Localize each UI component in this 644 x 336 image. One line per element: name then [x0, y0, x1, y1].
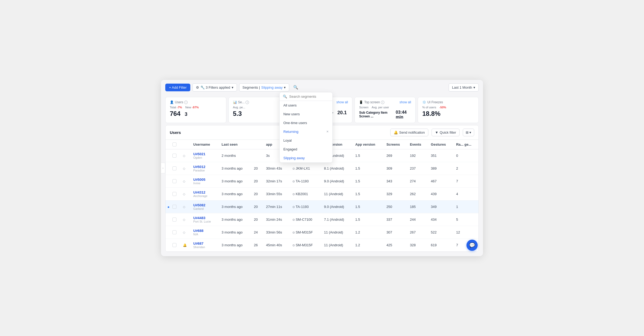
last-seen-cell: 3 months ago — [218, 226, 251, 239]
os-version-cell: 7.1 (Android) — [321, 213, 352, 226]
device-icon: ⊙ — [292, 192, 296, 196]
table-row[interactable]: ◇ U#5005 Irvine 3 months ago 20 32min 17… — [166, 175, 478, 188]
gestures-cell: 351 — [428, 149, 453, 162]
gestures-cell: 434 — [428, 213, 453, 226]
username-cell[interactable]: U#4312 Anchorage — [190, 188, 218, 200]
user-id[interactable]: U#5021 — [193, 152, 215, 156]
rage-cell: 12 — [453, 226, 478, 239]
col-username[interactable]: Username — [190, 140, 218, 149]
col-sessions[interactable] — [251, 140, 263, 149]
chat-button[interactable]: 💬 — [466, 240, 478, 251]
username-cell[interactable]: U#687 Sheridan — [190, 239, 218, 252]
chat-icon: 💬 — [469, 242, 475, 248]
col-last-seen[interactable]: Last seen — [218, 140, 251, 149]
sessions-cell: 26 — [251, 239, 263, 252]
search-button[interactable]: 🔍 — [291, 83, 300, 92]
col-app-version[interactable]: App version — [352, 140, 383, 149]
tag-cell: 🔔 — [180, 239, 190, 252]
quick-filter-button[interactable]: ▼ Quick filter — [432, 129, 460, 136]
screens-cell: 425 — [383, 239, 407, 252]
checkbox-cell — [169, 239, 180, 252]
add-filter-button[interactable]: + Add Filter — [165, 84, 190, 91]
row-checkbox[interactable] — [172, 243, 176, 247]
row-checkbox[interactable] — [172, 192, 176, 196]
user-id[interactable]: U#4312 — [193, 190, 215, 194]
columns-button[interactable]: ⊞ ▾ — [463, 129, 474, 136]
app-version-cell: 1.5 — [352, 162, 383, 175]
user-id[interactable]: U#5005 — [193, 178, 215, 182]
delete-icon[interactable]: ✕ — [326, 130, 329, 133]
top-event-show-all[interactable]: show all — [336, 100, 348, 104]
row-checkbox[interactable] — [172, 166, 176, 170]
send-notification-button[interactable]: 🔔 Send notification — [390, 129, 428, 136]
select-all-checkbox[interactable] — [172, 142, 176, 146]
segment-search-input[interactable] — [289, 95, 329, 99]
row-checkbox[interactable] — [172, 205, 176, 209]
tag-icon: 🔔 — [183, 243, 187, 247]
date-filter-button[interactable]: Last 1 Month ▾ — [449, 83, 479, 92]
username-cell[interactable]: U#5005 Irvine — [190, 175, 218, 188]
tag-cell: ◇ — [180, 162, 190, 175]
segment-item-all-users[interactable]: All users — [280, 101, 332, 110]
username-cell[interactable]: U#688 N/A — [190, 226, 218, 239]
ui-freezes-sub: % of users -50% — [422, 106, 474, 109]
collapse-handle[interactable]: › — [161, 163, 165, 173]
col-gestures[interactable]: Gestures — [428, 140, 453, 149]
filters-applied-button[interactable]: ⚙ 🔧 3 Filters applied ▾ — [192, 83, 237, 92]
device-icon: ⊙ — [292, 218, 296, 221]
chevron-down-icon: ▾ — [284, 85, 286, 89]
segment-item-loyal[interactable]: Loyal — [280, 136, 332, 145]
table-row[interactable]: ◇ U#4312 Anchorage 3 months ago 20 33min… — [166, 188, 478, 200]
segment-item-slipping-away[interactable]: Slipping away — [280, 154, 332, 162]
row-indicator-cell — [166, 188, 169, 200]
table-row[interactable]: ◇ U#688 N/A 3 months ago 24 33min 56s ⊙ … — [166, 226, 478, 239]
segments-button[interactable]: Segments | Slipping away ▾ — [239, 83, 289, 92]
segment-item-one-time-users[interactable]: One-time users — [280, 118, 332, 127]
tag-icon: ◇ — [183, 205, 185, 209]
row-checkbox[interactable] — [172, 218, 176, 222]
row-checkbox[interactable] — [172, 154, 176, 158]
table-row[interactable]: ◇ U#5012 Paradise 3 months ago 20 30min … — [166, 162, 478, 175]
username-cell[interactable]: U#5021 Ogden — [190, 149, 218, 162]
last-seen-cell: 3 months ago — [218, 239, 251, 252]
top-screen-show-all[interactable]: show all — [400, 100, 411, 104]
device-icon: ⊙ — [292, 231, 296, 234]
sessions-icon: 📊 — [233, 100, 237, 104]
segment-label: All users — [283, 103, 297, 107]
row-checkbox[interactable] — [172, 179, 176, 183]
user-id[interactable]: U#688 — [193, 229, 215, 233]
segment-label: Loyal — [283, 138, 292, 142]
tag-icon: ◇ — [183, 231, 185, 234]
username-cell[interactable]: U#5082 Garland — [190, 200, 218, 213]
user-id[interactable]: U#4483 — [193, 216, 215, 220]
events-cell: 262 — [407, 188, 428, 200]
events-cell: 328 — [407, 239, 428, 252]
user-id[interactable]: U#5012 — [193, 165, 215, 169]
col-screens[interactable]: Screens — [383, 140, 407, 149]
app-version-cell: 1.5 — [352, 175, 383, 188]
segment-item-returning[interactable]: Returning ✕ — [280, 127, 332, 136]
username-cell[interactable]: U#4483 Port St. Lucie — [190, 213, 218, 226]
table-row[interactable]: ◇ U#5082 Garland 3 months ago 20 27min 1… — [166, 200, 478, 213]
user-id[interactable]: U#687 — [193, 241, 215, 245]
sessions-cell: 20 — [251, 162, 263, 175]
events-cell: 267 — [407, 226, 428, 239]
segments-dropdown: 🔍 All users New users One-time users Ret… — [279, 92, 333, 163]
chevron-down-icon: ▾ — [469, 130, 471, 134]
device-cell: ⊙ JKM-LX1 — [289, 162, 321, 175]
username-cell[interactable]: U#5012 Paradise — [190, 162, 218, 175]
row-dot — [168, 181, 169, 182]
tag-icon: ◇ — [183, 218, 185, 222]
col-events[interactable]: Events — [407, 140, 428, 149]
users-stat-title: 👤 Users i — [170, 100, 188, 104]
sessions-cell: 20 — [251, 213, 263, 226]
row-indicator-cell — [166, 149, 169, 162]
col-rage[interactable]: Ra... ge... — [453, 140, 478, 149]
user-id[interactable]: U#5082 — [193, 203, 215, 207]
segment-item-engaged[interactable]: Engaged — [280, 145, 332, 154]
table-row[interactable]: 🔔 U#687 Sheridan 3 months ago 26 45min 4… — [166, 239, 478, 252]
table-row[interactable]: ◇ U#4483 Port St. Lucie 3 months ago 20 … — [166, 213, 478, 226]
row-dot — [168, 245, 169, 246]
row-checkbox[interactable] — [172, 230, 176, 234]
segment-item-new-users[interactable]: New users — [280, 110, 332, 118]
